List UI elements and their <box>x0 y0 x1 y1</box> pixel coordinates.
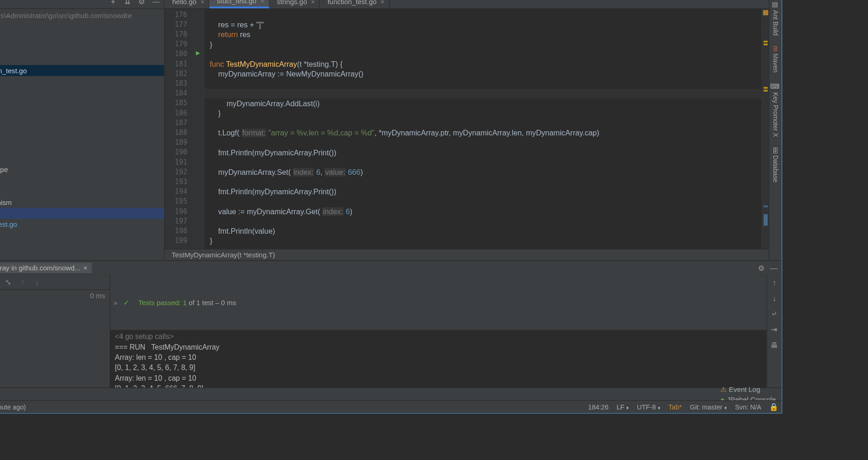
line-number-gutter[interactable]: 1761771781791801811821831841851861871881… <box>165 9 195 249</box>
scroll-down-icon[interactable]: ↓ <box>770 294 779 303</box>
collapse-all-icon[interactable]: ⇊ <box>123 0 132 6</box>
scroll-up-icon[interactable]: ↑ <box>770 278 779 287</box>
gear-icon[interactable]: ⚙ <box>137 0 146 6</box>
hide-panel-icon[interactable]: — <box>152 0 161 6</box>
right-tool-stripe: ▤ Ant Build m Maven ⌨ Key Promoter X 🗄 D… <box>769 0 781 261</box>
status-bar: ▣ Tests passed: 1 (a minute ago) 184:26 … <box>0 400 782 413</box>
tree-item-constant[interactable]: ▸constant <box>0 43 164 54</box>
tree-item-stuct_test-go[interactable]: stuct_test.go <box>0 219 164 230</box>
editor-tab-hello-go[interactable]: hello.go× <box>165 0 210 8</box>
tree-root[interactable]: ▾ learn-go C:\Users\Administrator\go\src… <box>0 10 164 21</box>
tree-item-custom_type[interactable]: ▸custom_type <box>0 164 164 175</box>
run-tab[interactable]: TestMyDynamicArray in github.com/snowd..… <box>0 263 92 273</box>
tree-item-basic[interactable]: ▾basic <box>0 32 164 43</box>
tree-item--gitignore[interactable]: .gitignore <box>0 241 164 252</box>
error-stripe[interactable] <box>762 9 769 249</box>
hide-panel-icon[interactable]: — <box>770 263 778 272</box>
indent-info[interactable]: Tab* <box>668 403 682 410</box>
tree-item-strings[interactable]: ▸strings <box>0 109 164 120</box>
tree-item-main[interactable]: ▸main <box>0 87 164 98</box>
console-right-toolbar: ↑ ↓ ⤶ ⇥ 🖶 <box>766 275 781 388</box>
close-tab-icon[interactable]: × <box>84 264 88 272</box>
close-tab-icon[interactable]: × <box>381 0 384 6</box>
tree-item--idea[interactable]: ▸.idea <box>0 21 164 32</box>
test-console[interactable]: <4 go setup calls> === RUN TestMyDynamic… <box>110 330 767 387</box>
tree-item-container[interactable]: ▸container <box>0 142 164 153</box>
code-editor[interactable]: res = res + "]" return res } func TestMy… <box>204 9 762 249</box>
editor-breadcrumb[interactable]: TestMyDynamicArray(t *testing.T) <box>165 249 769 261</box>
tree-item-struct[interactable]: ▾struct <box>0 208 164 219</box>
status-message: Tests passed: 1 (a minute ago) <box>0 403 26 410</box>
tree-item-variable[interactable]: ▸variable <box>0 131 164 142</box>
tree-item-oop[interactable]: ▾oop <box>0 153 164 164</box>
locate-icon[interactable]: ⌖ <box>109 0 117 6</box>
editor-tab-function_test-go[interactable]: function_test.go× <box>320 0 389 8</box>
collapse-icon[interactable]: ⤡ <box>4 278 13 287</box>
maven-tab[interactable]: m Maven <box>771 43 780 76</box>
close-tab-icon[interactable]: × <box>311 0 315 6</box>
test-toolbar: ✓ ⊘ ↓≡ ↓≡ ⤢ ⤡ ↑ ↓ <box>0 275 110 290</box>
check-icon: ✓ <box>123 298 129 306</box>
test-results-root[interactable]: ✓ Test Results 0 ms <box>0 290 110 301</box>
lock-icon[interactable]: 🔒 <box>770 402 778 411</box>
prev-icon[interactable]: ↑ <box>18 278 27 287</box>
test-summary-bar: » ✓ Tests passed: 1 of 1 test – 0 ms <box>110 275 767 331</box>
editor-tab-strings-go[interactable]: strings.go× <box>269 0 320 8</box>
tree-item-polymorphism[interactable]: ▸polymorphism <box>0 197 164 208</box>
expand-toggle-icon[interactable]: » <box>114 298 117 306</box>
line-separator[interactable]: LF ♦ <box>616 403 628 410</box>
editor-tabs: hello.go×stuct_test.go×strings.go×functi… <box>165 0 769 9</box>
key-promoter-tab[interactable]: ⌨ Key Promoter X <box>771 79 780 141</box>
run-tool-window: Run: TestMyDynamicArray in github.com/sn… <box>0 261 782 388</box>
close-tab-icon[interactable]: × <box>201 0 204 6</box>
file-encoding[interactable]: UTF-8 ♦ <box>637 403 660 410</box>
next-icon[interactable]: ↓ <box>33 278 42 287</box>
editor-area: hello.go×stuct_test.go×strings.go×functi… <box>165 0 769 261</box>
run-gutter-icon[interactable]: ▶ <box>196 50 201 56</box>
tool-window-6-todo[interactable]: ≡ 6: TODO <box>0 384 6 394</box>
database-tab[interactable]: 🗄 Database <box>771 144 780 186</box>
editor-tab-stuct_test-go[interactable]: stuct_test.go× <box>209 0 269 8</box>
tree-item-hello[interactable]: ▸hello <box>0 76 164 87</box>
caret-position[interactable]: 184:26 <box>588 403 609 410</box>
git-branch[interactable]: Git: master ♦ <box>690 403 727 410</box>
tree-item-tree[interactable]: ▸tree <box>0 230 164 241</box>
project-panel: Project ▾ ⌖ ⇊ ⚙ — ▾ learn-go C:\Users\Ad… <box>0 0 165 261</box>
tree-item-process[interactable]: ▸process <box>0 98 164 109</box>
print-icon[interactable]: 🖶 <box>770 341 779 350</box>
inspection-indicator[interactable] <box>763 10 768 15</box>
tree-item-interface[interactable]: ▸interface <box>0 186 164 197</box>
svn-info[interactable]: Svn: N/A <box>735 403 762 410</box>
close-tab-icon[interactable]: × <box>260 0 264 4</box>
tree-item-type[interactable]: ▸type <box>0 120 164 131</box>
scroll-to-end-icon[interactable]: ⇥ <box>770 325 779 334</box>
tree-item-function_test-go[interactable]: function_test.go <box>0 65 164 76</box>
tool-window-4-run[interactable]: ▶ 4: Run <box>0 373 6 383</box>
bottom-tool-stripe: ▸ ▶ 4: Run≡ 6: TODO▣ Terminal⎇ 9: Versio… <box>0 388 782 400</box>
tree-item-extend[interactable]: ▸extend <box>0 175 164 186</box>
soft-wrap-icon[interactable]: ⤶ <box>770 310 779 319</box>
gutter-marks[interactable]: ▶ <box>195 9 204 249</box>
gear-icon[interactable]: ⚙ <box>757 263 766 272</box>
ant-build-tab[interactable]: ▤ Ant Build <box>771 0 780 39</box>
tree-item-function[interactable]: ▾function <box>0 54 164 65</box>
